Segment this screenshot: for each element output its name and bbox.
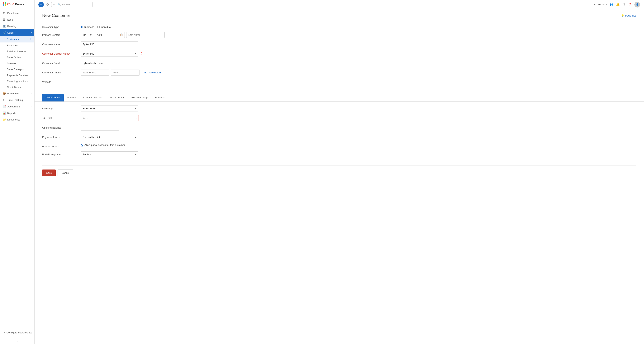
customer-type-label: Customer Type (42, 24, 80, 29)
payment-terms-select[interactable]: Due on Receipt Net 15 Net 30 Net 60 (80, 134, 138, 140)
user-avatar[interactable]: 👤 (634, 2, 640, 8)
help-icon[interactable]: ❓ (628, 3, 632, 6)
sidebar-item-credit-notes[interactable]: Credit Notes (0, 84, 34, 90)
work-phone-input[interactable] (80, 70, 110, 76)
lightbulb-icon: 💡 (621, 14, 624, 17)
documents-icon: 📁 (3, 118, 6, 121)
app-logo[interactable]: ZOHO Books ▾ (0, 0, 34, 8)
sidebar-item-recurring-invoices[interactable]: Recurring Invoices (0, 78, 34, 84)
form-actions: Save Cancel (34, 166, 644, 179)
page-header: New Customer 💡 Page Tips (34, 9, 644, 20)
sales-arrow: ▾ (31, 32, 32, 34)
company-name-input[interactable] (80, 41, 138, 47)
notification-icon[interactable]: 🔔 (616, 3, 620, 6)
portal-language-select[interactable]: English French German Spanish (80, 151, 138, 157)
history-btn[interactable]: ⟳ (46, 3, 49, 7)
portal-access-checkbox[interactable] (80, 144, 83, 146)
opening-balance-row: Opening Balance (42, 125, 636, 131)
dashboard-icon: ⊞ (3, 12, 6, 15)
portal-language-label: Portal Language (42, 151, 80, 156)
sidebar-item-items[interactable]: ☰ Items ▸ (0, 16, 34, 23)
portal-access-checkbox-label[interactable]: Allow portal access for this customer (80, 143, 125, 146)
sidebar-item-banking[interactable]: 🏦 Banking (0, 23, 34, 29)
payment-terms-fields: Due on Receipt Net 15 Net 30 Net 60 (80, 134, 636, 140)
sidebar-item-estimates[interactable]: Estimates (0, 43, 34, 48)
display-name-select[interactable]: Zylker INC (80, 51, 138, 57)
app-dropdown-icon[interactable]: ▾ (24, 3, 26, 5)
configure-icon: ⚙ (3, 331, 5, 334)
mobile-input[interactable] (111, 70, 140, 76)
tax-rule-fields: Zero Standard Exempt (80, 115, 636, 121)
individual-radio-label[interactable]: Individual (97, 26, 111, 29)
search-input[interactable] (62, 3, 90, 6)
business-radio-label[interactable]: Business (80, 26, 94, 29)
sidebar-bottom: ⚙ Configure Features list (0, 327, 34, 338)
enable-portal-label: Enable Portal? (42, 143, 80, 148)
sidebar-item-reports[interactable]: 📊 Reports (0, 110, 34, 116)
enable-portal-fields: Allow portal access for this customer (80, 143, 636, 146)
purchases-arrow: ▸ (31, 92, 32, 95)
tab-contact-persons[interactable]: Contact Persons (80, 94, 105, 101)
sidebar-item-sales-orders[interactable]: Sales Orders (0, 54, 34, 60)
phone-fields: Add more details (80, 70, 636, 76)
sidebar-item-invoices[interactable]: Invoices (0, 60, 34, 66)
company-name-row: Company Name (42, 41, 636, 47)
company-name-fields (80, 41, 636, 47)
search-bar: ▾ | 🔍 (51, 2, 93, 7)
other-details-form: Currency* EUR- Euro USD- US Dollar GBP- … (34, 102, 644, 165)
reports-icon: 📊 (3, 111, 6, 114)
currency-select[interactable]: EUR- Euro USD- US Dollar GBP- British Po… (80, 105, 138, 111)
people-icon[interactable]: 👥 (610, 3, 613, 6)
tab-remarks[interactable]: Remarks (152, 94, 168, 101)
tab-reporting-tags[interactable]: Reporting Tags (128, 94, 152, 101)
topbar-left: + ⟳ ▾ | 🔍 (38, 2, 592, 7)
search-filter-icon[interactable]: ▾ (53, 3, 55, 6)
email-fields (80, 60, 636, 66)
settings-icon[interactable]: ⚙ (622, 3, 625, 6)
sidebar-item-customers[interactable]: Customers + (0, 36, 34, 43)
sidebar-item-time-tracking[interactable]: ⏱ Time Tracking ▸ (0, 97, 34, 103)
tab-other-details[interactable]: Other Details (42, 94, 64, 101)
accountant-icon: 📈 (3, 105, 6, 108)
zoho-logo: ZOHO (3, 2, 14, 6)
sidebar-item-retainer-invoices[interactable]: Retainer Invoices (0, 48, 34, 54)
sidebar-item-sales-receipts[interactable]: Sales Receipts (0, 66, 34, 72)
tax-rule-row: Tax Rule Zero Standard Exempt (42, 115, 636, 121)
currency-fields: EUR- Euro USD- US Dollar GBP- British Po… (80, 105, 636, 111)
website-input[interactable] (80, 79, 138, 85)
contact-book-icon-btn[interactable]: 📋 (118, 32, 124, 38)
add-customer-btn[interactable]: + (30, 38, 32, 41)
quick-add-btn[interactable]: + (38, 2, 44, 7)
sidebar-item-dashboard[interactable]: ⊞ Dashboard (0, 10, 34, 16)
save-button[interactable]: Save (42, 169, 56, 176)
tax-rule-select[interactable]: Zero Standard Exempt (81, 115, 138, 121)
last-name-input[interactable] (126, 32, 165, 38)
salutation-select[interactable]: Mr. Mrs. Ms. Dr. (80, 32, 93, 38)
app-name: Books (15, 3, 24, 6)
tax-rules-btn[interactable]: Tax Rules ▾ (594, 3, 607, 6)
sidebar-item-purchases[interactable]: 📦 Purchases ▸ (0, 90, 34, 97)
individual-radio[interactable] (97, 26, 100, 28)
add-more-details-btn[interactable]: Add more details (143, 71, 162, 74)
page-tips-btn[interactable]: 💡 Page Tips (621, 14, 636, 17)
primary-contact-label: Primary Contact (42, 32, 80, 36)
opening-balance-input[interactable] (80, 125, 119, 131)
sidebar-collapse-btn[interactable]: ‹ (0, 338, 34, 344)
first-name-input[interactable] (95, 32, 118, 38)
cancel-button[interactable]: Cancel (58, 169, 73, 176)
sidebar-item-sales[interactable]: 🛒 Sales ▾ (0, 29, 34, 36)
configure-features-btn[interactable]: ⚙ Configure Features list (3, 329, 32, 335)
customer-type-radio-group: Business Individual (80, 24, 111, 29)
tax-rule-highlight-wrapper: Zero Standard Exempt (80, 115, 139, 121)
tab-address[interactable]: Address (64, 94, 80, 101)
sidebar-item-accountant[interactable]: 📈 Accountant ▸ (0, 103, 34, 110)
tab-custom-fields[interactable]: Custom Fields (105, 94, 128, 101)
business-radio[interactable] (80, 26, 83, 28)
sidebar-item-documents[interactable]: 📁 Documents (0, 116, 34, 123)
email-input[interactable] (80, 60, 138, 66)
sidebar-item-payments-received[interactable]: Payments Received (0, 72, 34, 78)
display-name-help-icon[interactable]: ❓ (140, 52, 143, 55)
main-wrapper: + ⟳ ▾ | 🔍 Tax Rules ▾ 👥 🔔 ⚙ ❓ 👤 (34, 0, 644, 344)
topbar-right: Tax Rules ▾ 👥 🔔 ⚙ ❓ 👤 (594, 2, 640, 8)
currency-row: Currency* EUR- Euro USD- US Dollar GBP- … (42, 105, 636, 111)
